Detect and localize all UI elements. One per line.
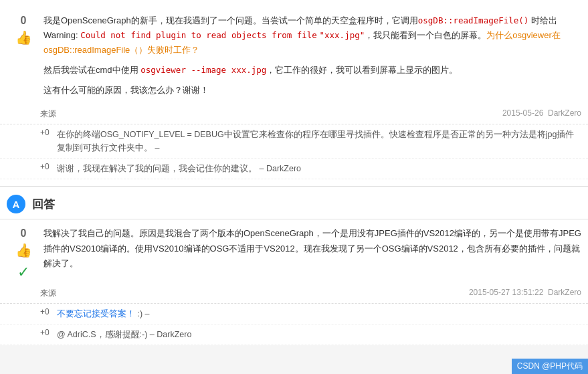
page-wrapper: 0 👍 我是OpenSceneGraph的新手，现在我遇到了一个问题。当尝试一个…: [0, 0, 588, 345]
question-content: 我是OpenSceneGraph的新手，现在我遇到了一个问题。当尝试一个简单的天…: [40, 13, 581, 98]
answer-vote-count: 0: [21, 227, 27, 240]
q-text-1: 我是OpenSceneGraph的新手，现在我遇到了一个问题。当尝试一个简单的天…: [43, 15, 418, 25]
q-quote: "xxx.jpg": [320, 30, 365, 40]
answer-content: 我解决了我自己的问题。原因是我混合了两个版本的OpenSceneGraph，一个…: [40, 226, 581, 281]
answer-comment-row-0: +0 不要忘记接受答案！ :) –: [0, 304, 588, 324]
comment-vote-1[interactable]: +0: [40, 162, 57, 171]
question-row: 0 👍 我是OpenSceneGraph的新手，现在我遇到了一个问题。当尝试一个…: [0, 7, 588, 104]
answer-comment-text-0: 不要忘记接受答案！ :) –: [57, 307, 581, 320]
question-date-author: 2015-05-26 DarkZero: [502, 108, 581, 120]
question-body-2: 然后我尝试在cmd中使用 osgviewer --image xxx.jpg，它…: [43, 63, 581, 78]
vote-column: 0 👍: [7, 13, 40, 98]
answer-comments: +0 不要忘记接受答案！ :) – +0 @ AdriC.S，感谢提醒:-) –…: [0, 304, 588, 345]
comment-text-0: 在你的终端OSG_NOTIFY_LEVEL = DEBUG中设置它来检查你的程序…: [57, 128, 581, 155]
question-comments: +0 在你的终端OSG_NOTIFY_LEVEL = DEBUG中设置它来检查你…: [0, 124, 588, 179]
question-body: 我是OpenSceneGraph的新手，现在我遇到了一个问题。当尝试一个简单的天…: [43, 13, 581, 58]
q-code-1: osgDB::readImageFile(): [418, 15, 529, 25]
answer-comment-vote-1[interactable]: +0: [40, 328, 57, 337]
answer-row: 0 👍 ✓ 我解决了我自己的问题。原因是我混合了两个版本的OpenSceneGr…: [0, 219, 588, 284]
q-text-5: 然后我尝试在cmd中使用: [43, 65, 140, 75]
answer-vote-up-icon[interactable]: 👍: [15, 242, 32, 258]
answer-badge-letter: A: [13, 199, 20, 210]
answer-date: 2015-05-27 13:51:22: [469, 288, 543, 297]
question-body-3: 这有什么可能的原因，我该怎么办？谢谢！: [43, 83, 581, 98]
answer-badge: A: [7, 195, 25, 213]
q-warning: Could not find plugin to read objects fr…: [80, 30, 317, 40]
q-text-6: ，它工作的很好，我可以看到屏幕上显示的图片。: [266, 65, 458, 75]
answer-header: A 回答: [0, 187, 588, 219]
answer-vote-column: 0 👍 ✓: [7, 226, 40, 281]
answer-source-row: 来源 2015-05-27 13:51:22 DarkZero: [0, 284, 588, 304]
answer-section: 0 👍 ✓ 我解决了我自己的问题。原因是我混合了两个版本的OpenSceneGr…: [0, 219, 588, 345]
accept-icon: ✓: [17, 264, 29, 281]
comment-row: +0 在你的终端OSG_NOTIFY_LEVEL = DEBUG中设置它来检查你…: [0, 124, 588, 159]
comment-row: +0 谢谢，我现在解决了我的问题，我会记住你的建议。 – DarkZero: [0, 159, 588, 179]
q-text-7: 这有什么可能的原因，我该怎么办？谢谢！: [43, 85, 209, 95]
question-source-link[interactable]: 来源: [40, 108, 56, 120]
question-source-row: 来源 2015-05-26 DarkZero: [0, 104, 588, 124]
question-section: 0 👍 我是OpenSceneGraph的新手，现在我遇到了一个问题。当尝试一个…: [0, 0, 588, 187]
answer-comment-vote-0[interactable]: +0: [40, 307, 57, 316]
comment-vote-0[interactable]: +0: [40, 128, 57, 137]
question-vote-count: 0: [21, 15, 27, 27]
answer-source-link[interactable]: 来源: [40, 288, 56, 299]
answer-comment-text-1: @ AdriC.S，感谢提醒:-) – DarkZero: [57, 328, 581, 341]
vote-up-icon[interactable]: 👍: [15, 29, 32, 45]
answer-body: 我解决了我自己的问题。原因是我混合了两个版本的OpenSceneGraph，一个…: [43, 226, 581, 270]
answer-comment-row-1: +0 @ AdriC.S，感谢提醒:-) – DarkZero: [0, 324, 588, 345]
comment-text-1: 谢谢，我现在解决了我的问题，我会记住你的建议。 – DarkZero: [57, 162, 581, 175]
question-date: 2015-05-26: [502, 108, 543, 118]
answer-date-author: 2015-05-27 13:51:22 DarkZero: [469, 288, 581, 299]
answer-comment-link-0[interactable]: 不要忘记接受答案！: [57, 309, 135, 318]
question-author: DarkZero: [548, 108, 581, 118]
answer-author: DarkZero: [548, 288, 581, 297]
q-text-4: ，我只能看到一个白色的屏幕。: [365, 30, 486, 40]
q-code-2: osgviewer --image xxx.jpg: [140, 65, 266, 75]
answer-section-title: 回答: [32, 197, 55, 212]
